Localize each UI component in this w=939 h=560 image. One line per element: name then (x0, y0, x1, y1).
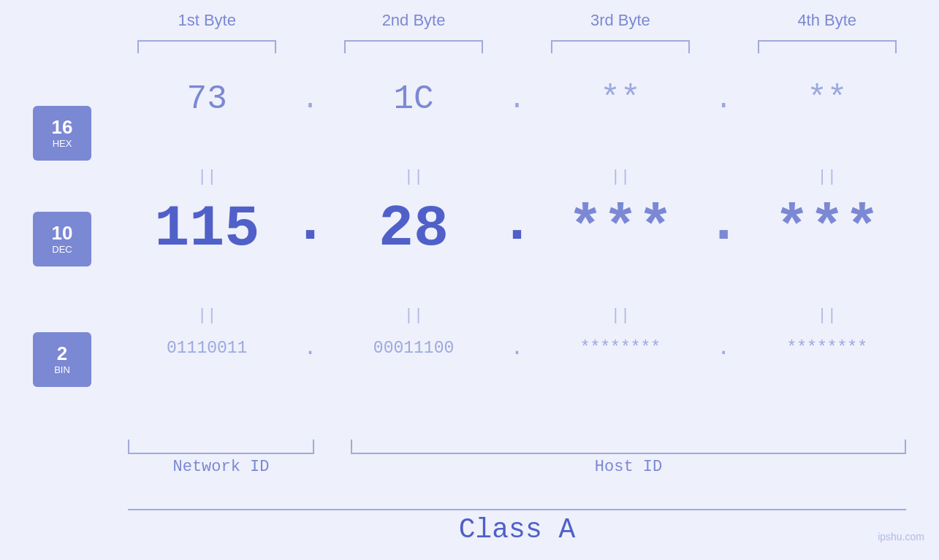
bin-row: 01110011 . 00011100 . ******** . *******… (128, 336, 906, 361)
bin-val3: ******** (547, 339, 693, 358)
dec-val4: *** (754, 196, 900, 262)
class-bracket-line (128, 509, 906, 510)
byte2-header: 2nd Byte (341, 11, 487, 30)
hex-val4: ** (754, 80, 900, 118)
bin-dot3: . (705, 336, 742, 361)
hex-val2: 1C (341, 80, 487, 118)
bottom-brackets (128, 440, 906, 454)
class-section: Class A (128, 509, 906, 545)
page-container: 1st Byte 2nd Byte 3rd Byte 4th Byte (0, 0, 939, 560)
hex-dot2: . (498, 83, 535, 116)
bracket-byte3 (551, 40, 690, 53)
hex-badge: 16 HEX (33, 106, 91, 161)
watermark: ipshu.com (878, 531, 924, 544)
byte1-header: 1st Byte (134, 11, 280, 30)
hex-dot3: . (705, 83, 742, 116)
bracket-byte2 (344, 40, 483, 53)
bottom-bracket-section: Network ID Host ID (128, 440, 906, 476)
bin-badge: 2 BIN (33, 332, 91, 387)
host-id-label: Host ID (595, 458, 662, 476)
bin-val1: 01110011 (134, 339, 280, 358)
bracket-byte4 (758, 40, 897, 53)
dec-val3: *** (547, 196, 693, 262)
dec-val1: 115 (134, 196, 280, 262)
bottom-labels: Network ID Host ID (128, 458, 906, 476)
byte-headers-row: 1st Byte 2nd Byte 3rd Byte 4th Byte (128, 11, 906, 30)
dec-row: 115 . 28 . *** . *** (128, 190, 906, 262)
dec-dot3: . (705, 190, 742, 262)
class-label: Class A (459, 514, 576, 545)
dec-dot1: . (292, 190, 329, 262)
top-brackets (128, 40, 906, 53)
byte3-header: 3rd Byte (547, 11, 693, 30)
dec-val2: 28 (341, 196, 487, 262)
equals-row-2: || || || || (128, 307, 906, 325)
hex-row: 73 . 1C . ** . ** (128, 80, 906, 118)
bin-dot2: . (498, 336, 535, 361)
network-id-label: Network ID (172, 458, 269, 476)
host-id-bracket (351, 440, 906, 454)
bin-dot1: . (292, 336, 329, 361)
bracket-byte1 (137, 40, 276, 53)
bin-val4: ******** (754, 339, 900, 358)
byte4-header: 4th Byte (754, 11, 900, 30)
equals-row-1: || || || || (128, 168, 906, 186)
bin-val2: 00011100 (341, 339, 487, 358)
network-id-bracket (128, 440, 314, 454)
hex-val3: ** (547, 80, 693, 118)
hex-dot1: . (292, 83, 329, 116)
hex-val1: 73 (134, 80, 280, 118)
dec-dot2: . (498, 190, 535, 262)
dec-badge: 10 DEC (33, 212, 91, 266)
